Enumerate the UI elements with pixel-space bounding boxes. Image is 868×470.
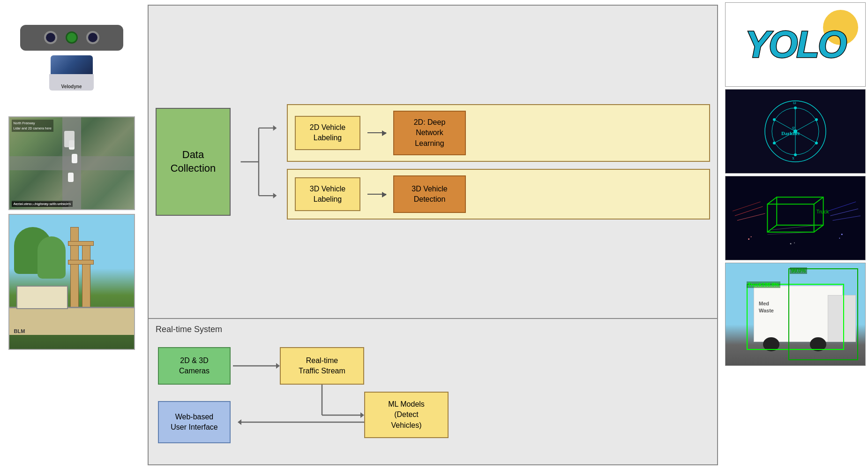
yolo-y: Y <box>745 23 769 65</box>
svg-text:x: x <box>792 155 794 160</box>
arrow-3d <box>367 194 386 195</box>
sensor-images: Velodyne <box>8 5 135 113</box>
svg-point-46 <box>751 236 752 237</box>
truck-photo: BLM <box>8 214 135 350</box>
equipment-box <box>16 286 68 309</box>
yolo-o2: O <box>818 23 846 65</box>
web-box-wrapper: Web-based User Interface <box>158 401 231 443</box>
secondary-detection-label: 99.0% <box>790 267 807 274</box>
camera-lens-right <box>86 31 99 44</box>
deep-network-label: 2D: Deep Network Learning <box>414 117 446 149</box>
svg-text:φ: φ <box>792 125 795 130</box>
lidar-bottom: Velodyne <box>49 74 94 91</box>
svg-point-20 <box>773 118 776 121</box>
svg-point-19 <box>794 106 797 109</box>
svg-point-22 <box>773 142 776 144</box>
svg-marker-13 <box>238 419 241 425</box>
svg-point-48 <box>839 238 840 239</box>
vehicle-labeling-2d-label: 2D Vehicle Labeling <box>310 122 346 144</box>
data-collection-label: Data Collection <box>171 148 216 175</box>
center-column: Data Collection 2D Vehicle Labeling <box>143 0 723 470</box>
vehicle-2 <box>72 154 77 163</box>
svg-line-30 <box>735 206 763 216</box>
ml-box-wrapper: ML Models (Detect Vehicles) <box>364 392 449 438</box>
svg-text:ω: ω <box>793 100 796 105</box>
stream-box-wrapper: Real-time Traffic Stream <box>280 347 364 385</box>
darknet-svg: ω φ x Darknet <box>753 94 838 169</box>
svg-point-47 <box>841 234 843 235</box>
svg-line-43 <box>814 225 823 232</box>
yolo-image: YOLO <box>725 2 866 87</box>
left-column: Velodyne North Freeway Lidar and 2D came… <box>0 0 143 470</box>
cameras-box-wrapper: 2D & 3D Cameras <box>158 347 231 385</box>
svg-line-32 <box>733 202 761 211</box>
tree-2 <box>37 236 66 279</box>
svg-line-42 <box>767 225 777 232</box>
stream-box: Real-time Traffic Stream <box>280 347 364 385</box>
vehicle-labeling-3d-box: 3D Vehicle Labeling <box>295 177 360 212</box>
lidar3d-svg: Truck <box>726 178 865 258</box>
darknet-image: ω φ x Darknet <box>725 89 866 174</box>
svg-point-45 <box>748 238 749 240</box>
camera-lens-left <box>44 31 57 44</box>
pickup-truck-bed: BLM <box>9 307 134 335</box>
svg-line-40 <box>767 197 777 204</box>
ml-box: ML Models (Detect Vehicles) <box>364 392 449 438</box>
svg-marker-11 <box>360 412 364 418</box>
vehicle-labeling-3d-label: 3D Vehicle Labeling <box>310 184 346 205</box>
crossbar-1 <box>68 241 94 246</box>
vehicle-labeling-2d-box: 2D Vehicle Labeling <box>295 116 360 150</box>
yolo-o: O <box>769 23 796 65</box>
svg-line-36 <box>772 225 818 230</box>
pipeline-2d-group: 2D Vehicle Labeling 2D: Deep Network Lea… <box>287 104 710 162</box>
web-label: Web-based User Interface <box>171 412 217 433</box>
ml-label: ML Models (Detect Vehicles) <box>388 399 425 431</box>
vehicle-detection-3d-label: 3D Vehicle Detection <box>412 184 448 205</box>
svg-marker-8 <box>276 363 280 369</box>
web-box: Web-based User Interface <box>158 401 231 443</box>
right-column: YOLO ω φ x Darknet <box>723 0 868 470</box>
svg-marker-6 <box>273 193 277 198</box>
lidar3d-image: Truck <box>725 176 866 260</box>
aerial-photo: North Freeway Lidar and 2D camera here T… <box>8 116 135 210</box>
velodyne-label: Velodyne <box>61 84 82 89</box>
crossbar-2 <box>68 260 94 265</box>
svg-text:Truck: Truck <box>816 209 829 214</box>
sensor-pole-2 <box>82 241 90 311</box>
vehicle-3 <box>68 173 74 182</box>
cameras-box: 2D & 3D Cameras <box>158 347 231 385</box>
pipeline-3d-group: 3D Vehicle Labeling 3D Vehicle Detection <box>287 169 710 220</box>
yolo-l: L <box>796 23 818 65</box>
pipeline-section: Data Collection 2D Vehicle Labeling <box>148 5 718 319</box>
stream-label: Real-time Traffic Stream <box>299 356 345 377</box>
realtime-content: 2D & 3D Cameras Real-time Traffic Stream… <box>158 340 708 457</box>
svg-point-23 <box>815 142 818 144</box>
arrow-2d <box>367 132 386 133</box>
sensor-pole <box>70 227 79 311</box>
svg-line-34 <box>831 209 859 216</box>
vehicle-detection-3d-box: 3D Vehicle Detection <box>393 175 466 213</box>
lidar-sensor: Velodyne <box>48 55 95 93</box>
svg-text:Darknet: Darknet <box>781 130 800 136</box>
lidar-top <box>51 55 93 74</box>
svg-point-21 <box>815 118 818 121</box>
svg-point-49 <box>790 243 792 244</box>
svg-marker-3 <box>273 125 277 131</box>
svg-line-33 <box>828 202 856 211</box>
truck-detection-image: MedWaste Truck100.0% 99.0% <box>725 263 866 366</box>
branch-area: 2D Vehicle Labeling 2D: Deep Network Lea… <box>287 104 710 220</box>
secondary-detection-box <box>788 268 858 360</box>
svg-line-31 <box>737 213 765 220</box>
realtime-section: Real-time System 2D & 3D Cameras Real-ti… <box>148 319 718 465</box>
fork-arrows-svg <box>240 103 277 220</box>
realtime-label: Real-time System <box>156 325 222 334</box>
deep-network-box: 2D: Deep Network Learning <box>393 111 466 155</box>
data-collection-box: Data Collection <box>156 108 231 216</box>
detection-label-truck: Truck100.0% <box>747 281 781 288</box>
blm-text: BLM <box>14 328 25 334</box>
yolo-logo-text: YOLO <box>745 23 846 66</box>
svg-line-35 <box>832 216 861 220</box>
cameras-label: 2D & 3D Cameras <box>179 356 210 377</box>
svg-line-41 <box>814 197 823 204</box>
truck-aerial <box>64 131 75 147</box>
